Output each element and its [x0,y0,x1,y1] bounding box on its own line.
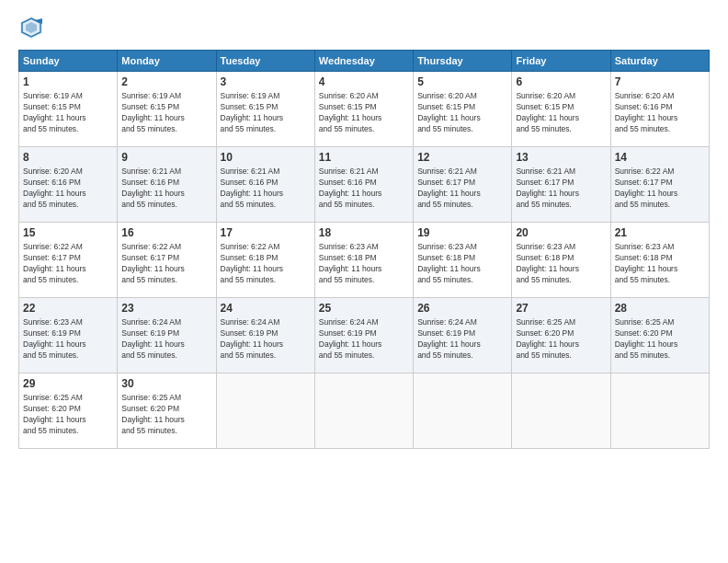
day-number: 13 [516,150,606,165]
day-info: Sunrise: 6:20 AMSunset: 6:16 PMDaylight:… [615,91,705,135]
weekday-header-friday: Friday [512,51,610,72]
day-number: 26 [417,301,507,316]
calendar-day-cell: 3Sunrise: 6:19 AMSunset: 6:15 PMDaylight… [216,72,314,147]
day-number: 8 [23,150,113,165]
calendar-day-cell: 9Sunrise: 6:21 AMSunset: 6:16 PMDaylight… [118,147,216,223]
day-info: Sunrise: 6:20 AMSunset: 6:16 PMDaylight:… [23,167,113,211]
day-info: Sunrise: 6:24 AMSunset: 6:19 PMDaylight:… [319,317,409,362]
day-number: 4 [319,75,409,89]
weekday-header-monday: Monday [118,51,216,72]
day-number: 28 [615,301,705,316]
weekday-header-row: SundayMondayTuesdayWednesdayThursdayFrid… [19,51,710,72]
weekday-header-tuesday: Tuesday [216,51,314,72]
calendar-day-cell: 17Sunrise: 6:22 AMSunset: 6:18 PMDayligh… [216,223,314,298]
day-info: Sunrise: 6:22 AMSunset: 6:18 PMDaylight:… [221,242,311,286]
day-number: 14 [615,150,705,165]
day-number: 11 [319,150,409,165]
day-number: 18 [319,225,409,240]
day-number: 1 [23,75,113,89]
day-number: 19 [417,225,507,240]
logo-icon [18,15,44,40]
day-number: 17 [221,225,311,240]
weekday-header-wednesday: Wednesday [314,51,413,72]
calendar-day-cell: 24Sunrise: 6:24 AMSunset: 6:19 PMDayligh… [216,298,314,373]
calendar-day-cell: 22Sunrise: 6:23 AMSunset: 6:19 PMDayligh… [19,298,118,373]
calendar-day-cell: 14Sunrise: 6:22 AMSunset: 6:17 PMDayligh… [610,147,709,223]
day-number: 21 [615,225,705,240]
day-info: Sunrise: 6:25 AMSunset: 6:20 PMDaylight:… [23,393,113,437]
calendar-week-row: 1Sunrise: 6:19 AMSunset: 6:15 PMDaylight… [19,72,710,147]
day-info: Sunrise: 6:20 AMSunset: 6:15 PMDaylight:… [417,91,507,135]
weekday-header-thursday: Thursday [414,51,512,72]
calendar-day-cell: 1Sunrise: 6:19 AMSunset: 6:15 PMDaylight… [19,72,118,147]
weekday-header-sunday: Sunday [19,51,118,72]
calendar-day-cell: 18Sunrise: 6:23 AMSunset: 6:18 PMDayligh… [314,223,413,298]
calendar-week-row: 15Sunrise: 6:22 AMSunset: 6:17 PMDayligh… [19,223,710,298]
calendar-day-cell [314,373,413,449]
day-number: 16 [121,225,211,240]
calendar-week-row: 29Sunrise: 6:25 AMSunset: 6:20 PMDayligh… [19,373,710,449]
day-number: 10 [221,150,311,165]
day-info: Sunrise: 6:23 AMSunset: 6:18 PMDaylight:… [615,242,705,286]
day-number: 29 [23,376,113,391]
day-number: 2 [121,75,211,89]
day-info: Sunrise: 6:21 AMSunset: 6:16 PMDaylight:… [221,167,311,211]
calendar-day-cell: 4Sunrise: 6:20 AMSunset: 6:15 PMDaylight… [314,72,413,147]
calendar-day-cell: 2Sunrise: 6:19 AMSunset: 6:15 PMDaylight… [118,72,216,147]
calendar-day-cell: 13Sunrise: 6:21 AMSunset: 6:17 PMDayligh… [512,147,610,223]
day-number: 25 [319,301,409,316]
calendar-day-cell: 28Sunrise: 6:25 AMSunset: 6:20 PMDayligh… [610,298,709,373]
calendar-day-cell: 30Sunrise: 6:25 AMSunset: 6:20 PMDayligh… [118,373,216,449]
day-number: 27 [516,301,606,316]
calendar-day-cell: 19Sunrise: 6:23 AMSunset: 6:18 PMDayligh… [414,223,512,298]
day-number: 3 [221,75,311,89]
day-number: 20 [516,225,606,240]
day-info: Sunrise: 6:23 AMSunset: 6:18 PMDaylight:… [417,242,507,286]
calendar-day-cell: 29Sunrise: 6:25 AMSunset: 6:20 PMDayligh… [19,373,118,449]
calendar-day-cell: 21Sunrise: 6:23 AMSunset: 6:18 PMDayligh… [610,223,709,298]
day-info: Sunrise: 6:22 AMSunset: 6:17 PMDaylight:… [615,167,705,211]
calendar-day-cell: 27Sunrise: 6:25 AMSunset: 6:20 PMDayligh… [512,298,610,373]
calendar-day-cell [512,373,610,449]
day-number: 12 [417,150,507,165]
day-number: 24 [221,301,311,316]
calendar-day-cell [414,373,512,449]
day-info: Sunrise: 6:25 AMSunset: 6:20 PMDaylight:… [615,317,705,362]
day-info: Sunrise: 6:23 AMSunset: 6:18 PMDaylight:… [516,242,606,286]
calendar-day-cell: 12Sunrise: 6:21 AMSunset: 6:17 PMDayligh… [414,147,512,223]
day-info: Sunrise: 6:24 AMSunset: 6:19 PMDaylight:… [121,317,211,362]
day-info: Sunrise: 6:25 AMSunset: 6:20 PMDaylight:… [516,317,606,362]
day-info: Sunrise: 6:19 AMSunset: 6:15 PMDaylight:… [221,91,311,135]
calendar-day-cell: 16Sunrise: 6:22 AMSunset: 6:17 PMDayligh… [118,223,216,298]
calendar-day-cell: 7Sunrise: 6:20 AMSunset: 6:16 PMDaylight… [610,72,709,147]
calendar-week-row: 8Sunrise: 6:20 AMSunset: 6:16 PMDaylight… [19,147,710,223]
day-info: Sunrise: 6:25 AMSunset: 6:20 PMDaylight:… [121,393,211,437]
calendar-day-cell: 26Sunrise: 6:24 AMSunset: 6:19 PMDayligh… [414,298,512,373]
day-info: Sunrise: 6:19 AMSunset: 6:15 PMDaylight:… [23,91,113,135]
calendar-day-cell: 8Sunrise: 6:20 AMSunset: 6:16 PMDaylight… [19,147,118,223]
calendar-day-cell: 5Sunrise: 6:20 AMSunset: 6:15 PMDaylight… [414,72,512,147]
calendar-day-cell: 11Sunrise: 6:21 AMSunset: 6:16 PMDayligh… [314,147,413,223]
day-info: Sunrise: 6:19 AMSunset: 6:15 PMDaylight:… [121,91,211,135]
logo [18,15,48,40]
day-info: Sunrise: 6:21 AMSunset: 6:16 PMDaylight:… [121,167,211,211]
day-info: Sunrise: 6:21 AMSunset: 6:17 PMDaylight:… [516,167,606,211]
day-info: Sunrise: 6:24 AMSunset: 6:19 PMDaylight:… [221,317,311,362]
day-number: 23 [121,301,211,316]
day-info: Sunrise: 6:20 AMSunset: 6:15 PMDaylight:… [516,91,606,135]
weekday-header-saturday: Saturday [610,51,709,72]
day-number: 7 [615,75,705,89]
calendar-week-row: 22Sunrise: 6:23 AMSunset: 6:19 PMDayligh… [19,298,710,373]
calendar-day-cell [216,373,314,449]
day-number: 5 [417,75,507,89]
calendar-day-cell: 6Sunrise: 6:20 AMSunset: 6:15 PMDaylight… [512,72,610,147]
header [18,15,710,40]
calendar-day-cell: 25Sunrise: 6:24 AMSunset: 6:19 PMDayligh… [314,298,413,373]
day-info: Sunrise: 6:20 AMSunset: 6:15 PMDaylight:… [319,91,409,135]
day-number: 30 [121,376,211,391]
day-info: Sunrise: 6:23 AMSunset: 6:18 PMDaylight:… [319,242,409,286]
day-info: Sunrise: 6:23 AMSunset: 6:19 PMDaylight:… [23,317,113,362]
day-info: Sunrise: 6:21 AMSunset: 6:17 PMDaylight:… [417,167,507,211]
day-info: Sunrise: 6:24 AMSunset: 6:19 PMDaylight:… [417,317,507,362]
day-info: Sunrise: 6:22 AMSunset: 6:17 PMDaylight:… [121,242,211,286]
